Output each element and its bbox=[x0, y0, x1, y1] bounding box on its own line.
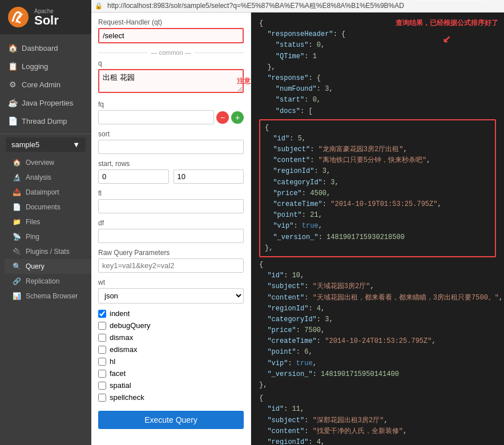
request-handler-input[interactable] bbox=[98, 28, 244, 43]
sidebar-item-analysis[interactable]: 🔬 Analysis bbox=[5, 170, 91, 185]
results-annotation: 查询结果，已经根据公式排序好了 ↙ bbox=[396, 18, 498, 49]
dataimport-icon: 📥 bbox=[13, 188, 21, 196]
sidebar-item-replication[interactable]: 🔗 Replication bbox=[5, 274, 91, 289]
sidebar-item-dashboard[interactable]: 🏠 Dashboard bbox=[0, 39, 91, 57]
top-bar: 🔒 http://localhost:8983/solr/sample5/sel… bbox=[91, 0, 504, 13]
solr-label: Solr bbox=[34, 13, 59, 27]
documents-icon: 📄 bbox=[13, 203, 21, 211]
ping-icon: 📡 bbox=[13, 233, 21, 241]
analysis-icon: 🔬 bbox=[13, 173, 21, 181]
start-rows-group: start, rows bbox=[98, 160, 244, 184]
json-doc-3: { "id": 11, "subject": "深郡花园出租3房2厅", "co… bbox=[259, 393, 496, 445]
spatial-label: spatial bbox=[110, 381, 131, 390]
json-docs-open: "docs": [ bbox=[259, 106, 496, 117]
fq-add-button[interactable]: + bbox=[231, 111, 244, 124]
execute-query-button[interactable]: Execute Query bbox=[98, 411, 244, 429]
debug-label: debugQuery bbox=[110, 321, 151, 330]
sidebar-item-core-admin[interactable]: ⚙ Core Admin bbox=[0, 75, 91, 94]
sidebar-item-thread-label: Thread Dump bbox=[22, 117, 67, 126]
replication-icon: 🔗 bbox=[13, 277, 21, 285]
sidebar-divider bbox=[0, 134, 91, 134]
facet-row: facet bbox=[98, 369, 244, 378]
sidebar-item-files[interactable]: 📁 Files bbox=[5, 215, 91, 229]
q-label: q bbox=[98, 59, 244, 67]
fl-group: fl bbox=[98, 189, 244, 213]
sidebar-item-plugins-stats[interactable]: 🔌 Plugins / Stats bbox=[5, 244, 91, 259]
df-label: df bbox=[98, 219, 244, 227]
sidebar-item-logging-label: Logging bbox=[22, 62, 48, 71]
main-area: 🔒 http://localhost:8983/solr/sample5/sel… bbox=[91, 0, 504, 445]
start-input[interactable] bbox=[98, 169, 169, 184]
sort-label: sort bbox=[98, 130, 244, 138]
chevron-down-icon: ▼ bbox=[72, 140, 80, 149]
fq-input[interactable] bbox=[98, 110, 214, 124]
fl-input[interactable] bbox=[98, 199, 244, 213]
sidebar-item-documents[interactable]: 📄 Documents bbox=[5, 200, 91, 215]
thread-icon: 📄 bbox=[8, 116, 17, 126]
start-rows-inputs bbox=[98, 169, 244, 184]
dismax-checkbox[interactable] bbox=[98, 334, 106, 342]
logging-icon: 📋 bbox=[8, 62, 17, 71]
json-output: { "responseHeader": { "status": 0, "QTim… bbox=[259, 18, 496, 445]
wt-label: wt bbox=[98, 278, 244, 286]
json-response-key: "response": { bbox=[259, 73, 496, 84]
fq-label: fq bbox=[98, 100, 244, 108]
sidebar-item-overview[interactable]: 🏠 Overview bbox=[5, 155, 91, 170]
url-text: http://localhost:8983/solr/sample5/selec… bbox=[107, 1, 404, 11]
q-group: q 出租 花园 注意要有空格 ◀ bbox=[98, 59, 244, 95]
sidebar-item-java-properties[interactable]: ☕ Java Properties bbox=[0, 94, 91, 112]
plugins-icon: 🔌 bbox=[13, 248, 21, 256]
fl-label: fl bbox=[98, 189, 244, 197]
schema-icon: 📊 bbox=[13, 292, 21, 300]
indent-label: indent bbox=[110, 309, 130, 318]
request-handler-group: Request-Handler (qt) bbox=[98, 18, 244, 43]
json-numfound: "numFound": 3, bbox=[259, 84, 496, 95]
spatial-checkbox[interactable] bbox=[98, 382, 106, 390]
query-panel: Request-Handler (qt) — common — q 出租 花园 … bbox=[91, 13, 251, 445]
sort-input[interactable] bbox=[98, 140, 244, 154]
edismax-checkbox[interactable] bbox=[98, 346, 106, 354]
json-qtime: "QTime": 1 bbox=[259, 51, 496, 62]
json-start: "start": 0, bbox=[259, 95, 496, 106]
raw-query-label: Raw Query Parameters bbox=[98, 249, 244, 257]
facet-label: facet bbox=[110, 369, 126, 378]
sidebar-item-schema-browser[interactable]: 📊 Schema Browser bbox=[5, 289, 91, 304]
hl-checkbox[interactable] bbox=[98, 358, 106, 366]
sidebar-item-dataimport[interactable]: 📥 Dataimport bbox=[5, 185, 91, 200]
rows-input[interactable] bbox=[174, 169, 244, 184]
fq-remove-button[interactable]: − bbox=[216, 111, 229, 124]
sidebar-item-ping[interactable]: 📡 Ping bbox=[5, 229, 91, 244]
wt-group: wt json xml python ruby php csv bbox=[98, 278, 244, 304]
sidebar-item-thread-dump[interactable]: 📄 Thread Dump bbox=[0, 112, 91, 130]
sidebar-logo: Apache Solr bbox=[0, 0, 91, 34]
sidebar-nav: 🏠 Dashboard 📋 Logging ⚙ Core Admin ☕ Jav… bbox=[0, 34, 91, 445]
lock-icon: 🔒 bbox=[95, 2, 103, 10]
sidebar-item-query[interactable]: 🔍 Query bbox=[5, 259, 91, 274]
java-icon: ☕ bbox=[8, 98, 17, 107]
spellcheck-row: spellcheck bbox=[98, 393, 244, 402]
top-annotation: 可以修改为：/browse bbox=[416, 0, 487, 1]
sidebar-subnav: 🏠 Overview 🔬 Analysis 📥 Dataimport 📄 Doc… bbox=[0, 155, 91, 304]
sort-group: sort bbox=[98, 130, 244, 154]
wt-select[interactable]: json xml python ruby php csv bbox=[98, 288, 244, 304]
dismax-label: dismax bbox=[110, 333, 133, 342]
core-admin-icon: ⚙ bbox=[8, 80, 17, 89]
edismax-label: edismax bbox=[110, 345, 137, 354]
indent-checkbox[interactable] bbox=[98, 310, 106, 318]
debug-checkbox[interactable] bbox=[98, 322, 106, 330]
json-doc-1: { "id": 5, "subject": "龙南富豪花园3房2厅出租", "c… bbox=[259, 119, 496, 257]
sidebar-dropdown[interactable]: sample5 ▼ bbox=[6, 137, 86, 152]
spellcheck-checkbox[interactable] bbox=[98, 394, 106, 402]
sidebar-item-dashboard-label: Dashboard bbox=[22, 44, 58, 52]
q-input[interactable]: 出租 花园 bbox=[98, 69, 244, 93]
fq-group: fq − + bbox=[98, 100, 244, 124]
q-annotation: 注意要有空格 bbox=[237, 76, 251, 86]
sidebar-item-logging[interactable]: 📋 Logging bbox=[0, 57, 91, 75]
content-split: Request-Handler (qt) — common — q 出租 花园 … bbox=[91, 13, 504, 445]
df-input[interactable] bbox=[98, 229, 244, 243]
raw-query-input[interactable] bbox=[98, 258, 244, 273]
dismax-row: dismax bbox=[98, 333, 244, 342]
edismax-row: edismax bbox=[98, 345, 244, 354]
files-icon: 📁 bbox=[13, 218, 21, 226]
facet-checkbox[interactable] bbox=[98, 370, 106, 378]
